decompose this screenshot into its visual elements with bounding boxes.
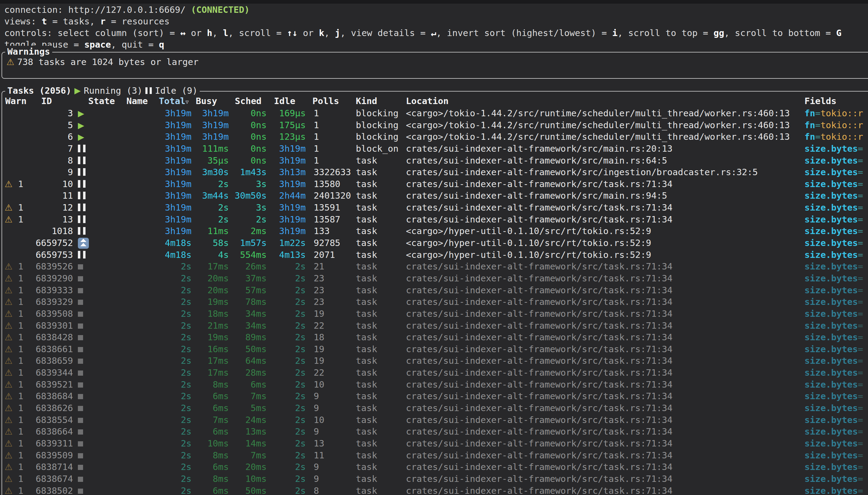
task-kind: task xyxy=(356,414,405,426)
task-fields: size.bytes= xyxy=(804,225,868,237)
task-row[interactable]: ⚠168384282s19ms89ms2s18taskcrates/sui-in… xyxy=(2,331,868,343)
task-row[interactable]: ⚠168386642s6ms13ms2s9taskcrates/sui-inde… xyxy=(2,426,868,438)
idle-duration: 2s xyxy=(270,485,306,495)
total-duration: 2s xyxy=(133,343,191,355)
task-row[interactable]: 6▶3h19m3h19m0ns123µs1blocking<cargo>/tok… xyxy=(2,131,868,143)
task-row[interactable]: ⚠168393442s17ms28ms2s22taskcrates/sui-in… xyxy=(2,367,868,379)
help-text: = resources xyxy=(106,16,170,27)
field-equals: = xyxy=(858,214,863,225)
key-hint: r xyxy=(100,16,105,27)
key-hint: q xyxy=(159,39,164,50)
column-header-idle[interactable]: Idle xyxy=(274,95,295,107)
task-location: crates/sui-indexer-alt-framework/src/tas… xyxy=(406,308,804,320)
task-row[interactable]: ⚠1133h19m2s2s3h19m13587taskcrates/sui-in… xyxy=(2,214,868,225)
task-row[interactable]: ⚠168393012s21ms34ms2s22taskcrates/sui-in… xyxy=(2,320,868,332)
tasks-panel-title: Tasks (2056) ▶ Running (3) Idle (9) xyxy=(5,85,200,97)
state-cell xyxy=(78,296,99,308)
task-row[interactable]: ⚠168386742s8ms10ms2s9taskcrates/sui-inde… xyxy=(2,473,868,485)
warning-icon: ⚠ xyxy=(4,390,16,402)
field-equals: = xyxy=(858,368,863,378)
state-cell xyxy=(78,438,99,449)
warn-count: 1 xyxy=(18,461,30,473)
task-row[interactable]: ⚠168387142s6ms20ms2s9taskcrates/sui-inde… xyxy=(2,461,868,473)
pause-icon xyxy=(78,216,85,223)
field-key: size.bytes xyxy=(804,190,858,201)
task-row[interactable]: ⚠168392902s20ms37ms2s23taskcrates/sui-in… xyxy=(2,273,868,285)
warning-icon: ⚠ xyxy=(4,426,16,437)
sched-duration: 26ms xyxy=(232,261,267,272)
task-fields: size.bytes= xyxy=(804,331,868,343)
state-cell xyxy=(78,390,99,402)
task-kind: task xyxy=(356,178,405,190)
task-row[interactable]: ⚠1103h19m2s3s3h19m13580taskcrates/sui-in… xyxy=(2,178,868,190)
terminal-top-strip xyxy=(0,0,868,4)
task-row[interactable]: ⚠1123h19m2s3s3h19m13591taskcrates/sui-in… xyxy=(2,202,868,214)
column-header-state[interactable]: State xyxy=(88,95,115,107)
warnings-panel: Warnings ⚠ 738 tasks are 1024 bytes or l… xyxy=(1,52,868,79)
state-cell xyxy=(78,308,99,320)
warning-icon: ⚠ xyxy=(4,355,16,366)
warning-icon: ⚠ xyxy=(4,473,16,484)
task-row[interactable]: ⚠168395082s18ms34ms2s19taskcrates/sui-in… xyxy=(2,308,868,320)
task-row[interactable]: ⚠168385022s6ms50ms2s8taskcrates/sui-inde… xyxy=(2,485,868,495)
busy-duration: 2s xyxy=(195,202,229,213)
idle-duration: 2s xyxy=(270,308,306,320)
field-equals: = xyxy=(858,344,863,354)
column-header-id[interactable]: ID xyxy=(41,95,52,107)
column-header-warn[interactable]: Warn xyxy=(5,95,27,107)
field-key: size.bytes xyxy=(804,226,858,236)
task-row[interactable]: 66597534m18s4s554ms4m13s2071task<cargo>/… xyxy=(2,249,868,261)
task-row[interactable]: ⚠168395262s17ms26ms2s21taskcrates/sui-in… xyxy=(2,261,868,273)
task-row[interactable]: 5▶3h19m3h19m0ns175µs1blocking<cargo>/tok… xyxy=(2,119,868,131)
column-header-sched[interactable]: Sched xyxy=(235,95,262,107)
idle-duration: 2s xyxy=(270,367,306,378)
task-row[interactable]: ⚠168395092s8ms7ms2s11taskcrates/sui-inde… xyxy=(2,449,868,461)
sched-duration: 0ns xyxy=(232,119,267,131)
column-header-total-sorted[interactable]: Total▿ xyxy=(159,95,189,108)
field-equals: = xyxy=(858,391,863,401)
total-duration: 4m18s xyxy=(133,237,191,249)
field-value: tokio::r xyxy=(820,108,863,118)
task-fields: size.bytes= xyxy=(804,449,868,461)
column-header-polls[interactable]: Polls xyxy=(313,95,339,107)
task-row[interactable]: ⚠168386262s6ms5ms2s9taskcrates/sui-index… xyxy=(2,402,868,414)
task-row[interactable]: 66597524m18s58s1m57s1m22s92785task<cargo… xyxy=(2,237,868,249)
field-key: size.bytes xyxy=(804,261,858,272)
warning-icon: ⚠ xyxy=(6,57,17,67)
task-location: <cargo>/tokio-1.44.2/src/runtime/schedul… xyxy=(406,107,804,119)
column-header-name[interactable]: Name xyxy=(127,95,148,107)
field-equals: = xyxy=(858,250,863,260)
sched-duration: 0ns xyxy=(232,143,267,154)
task-row[interactable]: ⚠168386612s16ms50ms2s19taskcrates/sui-in… xyxy=(2,343,868,355)
task-row[interactable]: 73h19m111ms0ns3h19m1block_oncrates/sui-i… xyxy=(2,143,868,155)
task-row[interactable]: ⚠168393292s19ms78ms2s23taskcrates/sui-in… xyxy=(2,296,868,308)
state-cell xyxy=(78,166,99,178)
field-value: tokio::r xyxy=(820,132,863,142)
column-header-location[interactable]: Location xyxy=(406,95,449,107)
busy-duration: 3h19m xyxy=(195,119,229,131)
column-header-fields[interactable]: Fields xyxy=(804,95,837,107)
column-header-busy[interactable]: Busy xyxy=(196,95,217,107)
task-row[interactable]: ⚠168386592s17ms64ms2s19taskcrates/sui-in… xyxy=(2,355,868,367)
column-header-kind[interactable]: Kind xyxy=(356,95,377,107)
polls-count: 1 xyxy=(314,107,354,119)
task-row[interactable]: ⚠168386842s6ms7ms2s9taskcrates/sui-index… xyxy=(2,390,868,402)
state-cell: ▶ xyxy=(78,107,99,119)
task-row[interactable]: ⚠168393112s10ms14ms2s13taskcrates/sui-in… xyxy=(2,438,868,449)
task-kind: task xyxy=(356,461,405,473)
task-row[interactable]: 113h19m3m44s30m50s2h44m2401320taskcrates… xyxy=(2,190,868,202)
polls-count: 22 xyxy=(314,320,354,331)
task-row[interactable]: ⚠168385542s7ms24ms2s10taskcrates/sui-ind… xyxy=(2,414,868,426)
task-row[interactable]: 93h19m3m30s1m43s3h13m3322633taskcrates/s… xyxy=(2,166,868,178)
task-row[interactable]: 3▶3h19m3h19m0ns169µs1blocking<cargo>/tok… xyxy=(2,107,868,119)
state-cell xyxy=(78,249,99,261)
task-row[interactable]: ⚠168393332s20ms57ms2s23taskcrates/sui-in… xyxy=(2,285,868,296)
help-text: , scroll = xyxy=(228,28,287,38)
help-text: views: xyxy=(4,16,41,27)
task-row[interactable]: ⚠168395212s8ms6ms2s10taskcrates/sui-inde… xyxy=(2,379,868,391)
task-row[interactable]: 83h19m35µs0ns3h19m1taskcrates/sui-indexe… xyxy=(2,155,868,167)
task-row[interactable]: 10183h19m11ms2ms3h19m133task<cargo>/hype… xyxy=(2,225,868,237)
task-fields: size.bytes= xyxy=(804,367,868,378)
total-duration: 2s xyxy=(133,473,191,484)
state-cell: ▶ xyxy=(78,119,99,131)
